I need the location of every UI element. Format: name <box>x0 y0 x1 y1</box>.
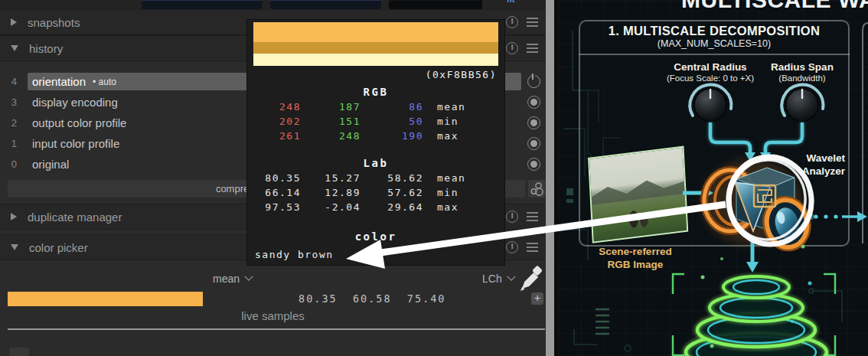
color-space-dropdown[interactable]: LCh <box>482 270 514 287</box>
history-row-number: 4 <box>0 76 17 87</box>
panel-resize-handle[interactable] <box>546 0 554 356</box>
rgb-row: 261 248 190 max <box>247 129 504 143</box>
lab-table: 80.35 15.27 58.62 mean 66.14 12.89 57.62… <box>247 171 504 214</box>
stat-label: max <box>437 200 458 214</box>
picked-color-values: 80.35 60.58 75.40 <box>299 292 445 306</box>
wavelet-analyzer-line2: Analyzer <box>788 165 845 178</box>
rgb-green-value: 248 <box>301 129 361 143</box>
collapsed-triangle-icon <box>11 213 17 220</box>
rgb-row: 248 187 86 mean <box>247 100 504 114</box>
presets-icon[interactable] <box>527 18 538 27</box>
reset-icon[interactable] <box>506 16 518 28</box>
color-picker-tooltip: (0xF8BB56) RGB 248 187 86 mean 202 151 5… <box>246 19 505 266</box>
wavelet-glyph-icon <box>754 185 775 207</box>
history-item-state-icon[interactable] <box>527 96 540 109</box>
history-item-state-icon[interactable] <box>527 137 540 150</box>
central-radius-knob <box>690 84 731 121</box>
color-name-header: color <box>247 230 504 244</box>
eyedropper-icon <box>518 265 546 292</box>
lab-b-value: 58.62 <box>361 171 423 185</box>
dotted-next-arrow <box>814 211 867 222</box>
scene-referred-line1: Scene-referred <box>582 245 689 258</box>
presets-icon[interactable] <box>527 212 538 221</box>
infographic-artwork <box>559 0 868 356</box>
panel-gap <box>554 0 559 356</box>
swatch-mean-band <box>253 22 498 42</box>
lab-a-value: -2.04 <box>301 200 361 214</box>
history-row-number: 3 <box>0 96 17 108</box>
rgb-green-value: 151 <box>301 114 361 129</box>
reset-icon[interactable] <box>506 241 518 253</box>
stat-label: mean <box>437 171 465 185</box>
create-style-button[interactable] <box>528 180 545 198</box>
lab-row: 97.53 -2.04 29.64 max <box>247 200 504 214</box>
lab-header: Lab <box>247 156 504 171</box>
wavelet-analyzer-label: Wavelet Analyzer <box>788 152 845 178</box>
lab-l-value: 66.14 <box>255 185 301 200</box>
lab-b-value: 29.64 <box>361 200 423 214</box>
wavelet-analyzer-line1: Wavelet <box>788 152 845 165</box>
color-space-value: LCh <box>482 273 502 285</box>
history-row-number: 2 <box>0 117 17 129</box>
add-sample-button[interactable]: + <box>531 292 543 305</box>
zoom-mode-label: fit <box>507 0 514 4</box>
rgb-red-value: 248 <box>255 100 301 114</box>
history-module-name: orientation <box>32 75 86 88</box>
history-module-name: output color profile <box>32 116 126 129</box>
history-module-name: display encoding <box>32 96 118 109</box>
wavelet-scale-rings <box>686 276 827 356</box>
reset-icon[interactable] <box>506 42 518 54</box>
eyedropper-button[interactable] <box>518 265 546 292</box>
section-label: duplicate manager <box>28 211 122 224</box>
toolbar-thumbnail <box>270 0 381 9</box>
lab-a-value: 12.89 <box>301 185 361 200</box>
history-module-name: original <box>32 158 69 171</box>
section-label: color picker <box>29 241 88 254</box>
history-module-name: input color profile <box>32 137 119 150</box>
stat-label: max <box>437 129 458 143</box>
history-module-suffix: • auto <box>93 77 116 87</box>
rgb-header: RGB <box>247 85 504 100</box>
rgb-row: 202 151 50 min <box>247 114 504 129</box>
lab-l-value: 80.35 <box>255 171 301 185</box>
chevron-down-icon <box>244 273 253 281</box>
knob-flow-lines <box>710 122 802 153</box>
rgb-red-value: 261 <box>255 129 301 143</box>
picked-color-swatch[interactable] <box>8 292 203 306</box>
rgb-green-value: 187 <box>301 100 361 114</box>
scene-referred-line2: RGB Image <box>582 258 689 271</box>
history-item-state-icon[interactable] <box>527 158 540 171</box>
section-label: history <box>29 42 63 55</box>
stat-label: mean <box>437 100 465 114</box>
rgb-blue-value: 86 <box>361 100 423 114</box>
radius-span-knob <box>782 84 823 121</box>
presets-icon[interactable] <box>527 243 538 252</box>
lab-row: 80.35 15.27 58.62 mean <box>247 171 504 185</box>
chevron-down-icon <box>507 273 515 281</box>
picker-statistic-dropdown[interactable]: mean <box>213 270 252 287</box>
live-samples-label: live samples <box>0 309 546 322</box>
reset-icon[interactable] <box>506 211 518 223</box>
scene-referred-label: Scene-referred RGB Image <box>582 245 689 271</box>
swatch-min-band <box>253 42 498 54</box>
live-samples-divider <box>8 328 545 330</box>
expanded-triangle-icon <box>11 244 18 250</box>
analyzer-to-rings-arrow <box>746 242 759 273</box>
infographic-image: MULTISCALE WAVELET 1. MULTISCALE DECOMPO… <box>559 0 868 356</box>
app-window: fit snapshots history 4 orientation <box>0 0 868 356</box>
lab-b-value: 57.62 <box>361 185 423 200</box>
section-label: snapshots <box>28 16 80 29</box>
toolbar-thumbnail <box>142 0 263 9</box>
rgb-red-value: 202 <box>255 114 301 129</box>
partial-element <box>9 348 29 356</box>
lab-a-value: 15.27 <box>301 171 361 185</box>
history-item-state-icon[interactable] <box>527 116 540 129</box>
rgb-table: 248 187 86 mean 202 151 50 min 261 248 1… <box>247 100 504 143</box>
history-item-state-icon[interactable] <box>527 75 540 88</box>
presets-icon[interactable] <box>527 44 538 53</box>
collapsed-triangle-icon <box>11 18 17 26</box>
swatch-max-band <box>253 54 498 66</box>
hex-value: (0xF8BB56) <box>247 67 504 82</box>
toolbar-thumbnail <box>389 0 482 9</box>
expanded-triangle-icon <box>11 45 18 51</box>
